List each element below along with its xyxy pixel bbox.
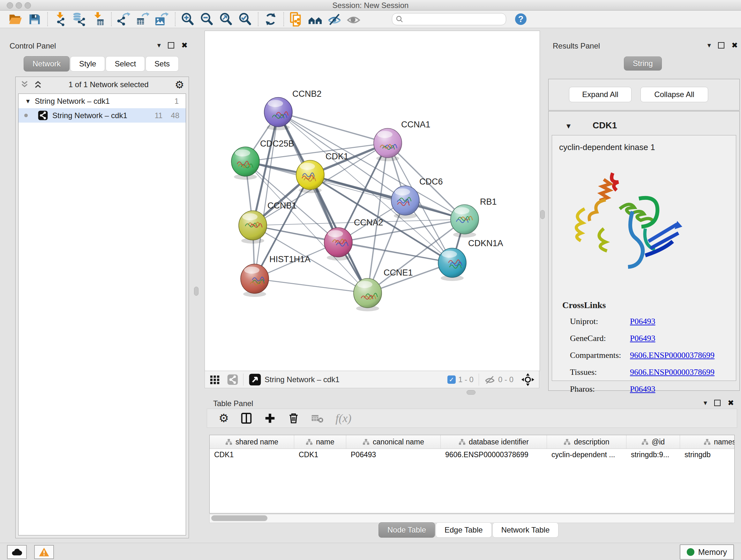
tab-select[interactable]: Select [106,56,145,71]
network-row[interactable]: String Network – cdk1 11 48 [18,108,186,123]
crosslink-link[interactable]: P06493 [630,384,655,394]
share-view-icon[interactable] [227,374,238,385]
column-header-description[interactable]: description [547,435,626,449]
tab-edge-table[interactable]: Edge Table [435,522,492,538]
column-header-namespace[interactable]: namespace [680,435,735,449]
crosslink-label: Tissues: [570,368,630,377]
tab-style[interactable]: Style [70,56,105,71]
import-network-file-button[interactable] [52,11,68,27]
column-header-canonical-name[interactable]: canonical name [346,435,441,449]
crosslink-row: Tissues:9606.ENSP00000378699 [570,368,730,377]
tree-expand-icon[interactable]: ▾ [26,98,30,105]
help-button[interactable]: ? [515,13,527,25]
network-graph[interactable]: CCNB2CCNA1CDC25BCDK1CDC6RB1CCNB1CCNA2CDK… [205,31,539,370]
zoom-in-button[interactable] [179,11,196,27]
clone-network-button[interactable] [288,11,305,27]
birdseye-icon[interactable] [521,373,535,386]
export-image-button[interactable] [154,11,171,27]
function-builder-icon[interactable]: f(x) [335,412,351,425]
network-node-CCNA1[interactable]: CCNA1 [374,120,430,158]
panel-menu-icon[interactable]: ▾ [704,399,707,407]
right-splitter-handle[interactable] [540,210,545,219]
crosslink-link[interactable]: P06493 [630,317,655,326]
network-node-CDKN1A[interactable]: CDKN1A [438,239,503,277]
gear-icon[interactable]: ⚙ [175,79,184,90]
expand-all-button[interactable]: Expand All [569,87,631,102]
main-toolbar: ? [0,10,741,28]
close-panel-icon[interactable]: ✖ [181,42,188,49]
database-import-icon [72,12,86,26]
bottom-splitter-handle[interactable] [467,390,475,395]
close-panel-icon[interactable]: ✖ [731,42,738,49]
hidden-eye-icon[interactable] [484,374,495,385]
column-label: database identifier [469,438,529,446]
separator [479,374,479,386]
column-type-icon [306,439,313,445]
open-in-new-icon[interactable] [249,373,261,386]
collapse-all-button[interactable]: Collapse All [641,87,708,102]
column-header-shared-name[interactable]: shared name [210,435,294,449]
node-label: CDC6 [419,177,443,186]
import-network-icon [53,12,67,26]
show-hidden-button[interactable] [345,11,362,27]
control-panel-header: Control Panel ▾ ✖ [3,39,191,53]
zoom-out-button[interactable] [199,11,215,27]
zoom-selected-button[interactable] [237,11,253,27]
tab-network[interactable]: Network [23,56,70,71]
collapse-all-icon[interactable] [20,80,29,89]
memory-button[interactable]: Memory [680,544,734,560]
crosslink-link[interactable]: 9606.ENSP00000378699 [630,368,715,377]
save-session-button[interactable] [26,11,43,27]
tab-node-table[interactable]: Node Table [379,522,435,538]
crosslink-link[interactable]: 9606.ENSP00000378699 [630,351,715,360]
column-type-icon [563,439,570,445]
hide-selected-button[interactable] [326,11,343,27]
tab-sets[interactable]: Sets [145,56,179,71]
network-node-RB1[interactable]: RB1 [451,197,497,234]
expand-all-icon[interactable] [33,80,43,89]
crosslink-link[interactable]: P06493 [630,334,655,343]
network-node-HIST1H1A[interactable]: HIST1H1A [241,254,311,294]
import-table-icon [91,12,106,26]
panel-menu-icon[interactable]: ▾ [157,42,161,49]
panel-menu-icon[interactable]: ▾ [708,42,711,49]
delete-table-icon[interactable] [311,413,324,424]
table-row[interactable]: CDK1CDK1P064939606.ENSP00000378699cyclin… [210,449,734,461]
gear-icon[interactable]: ⚙ [219,413,229,424]
column-header-database-identifier[interactable]: database identifier [441,435,547,449]
node-label: CDKN1A [468,239,503,248]
export-network-button[interactable] [116,11,132,27]
column-header-@id[interactable]: @id [626,435,680,449]
network-canvas[interactable]: CCNB2CCNA1CDC25BCDK1CDC6RB1CCNB1CCNA2CDK… [205,30,540,371]
close-panel-icon[interactable]: ✖ [728,399,734,407]
apply-layout-button[interactable] [262,11,279,27]
float-panel-icon[interactable] [714,400,721,406]
column-header-name[interactable]: name [294,435,346,449]
export-table-button[interactable] [135,11,151,27]
scrollbar-thumb[interactable] [211,515,267,521]
float-panel-icon[interactable] [718,42,724,49]
network-node-CCNB2[interactable]: CCNB2 [264,89,322,127]
selected-checkbox[interactable]: ✓ [448,375,456,384]
horizontal-scrollbar[interactable] [209,514,735,523]
split-columns-icon[interactable] [240,412,253,424]
import-network-database-button[interactable] [71,11,87,27]
grid-view-icon[interactable] [209,374,220,385]
collapse-gene-icon[interactable]: ▾ [566,122,570,130]
crosslink-label: GeneCard: [570,334,630,343]
crosslink-row: Pharos:P06493 [570,384,730,394]
network-collection-row[interactable]: ▾ String Network – cdk1 1 [18,94,186,108]
home-button[interactable] [307,11,324,27]
tab-network-table[interactable]: Network Table [492,522,559,538]
search-input[interactable] [404,15,502,23]
add-column-icon[interactable] [264,412,276,424]
cloud-button[interactable] [7,545,27,559]
tab-string[interactable]: String [624,57,662,71]
delete-icon[interactable] [287,412,300,424]
float-panel-icon[interactable] [168,42,174,49]
import-table-file-button[interactable] [90,11,107,27]
open-file-button[interactable] [7,11,23,27]
warning-button[interactable] [34,545,54,559]
left-splitter-handle[interactable] [194,287,199,296]
zoom-fit-button[interactable] [218,11,234,27]
